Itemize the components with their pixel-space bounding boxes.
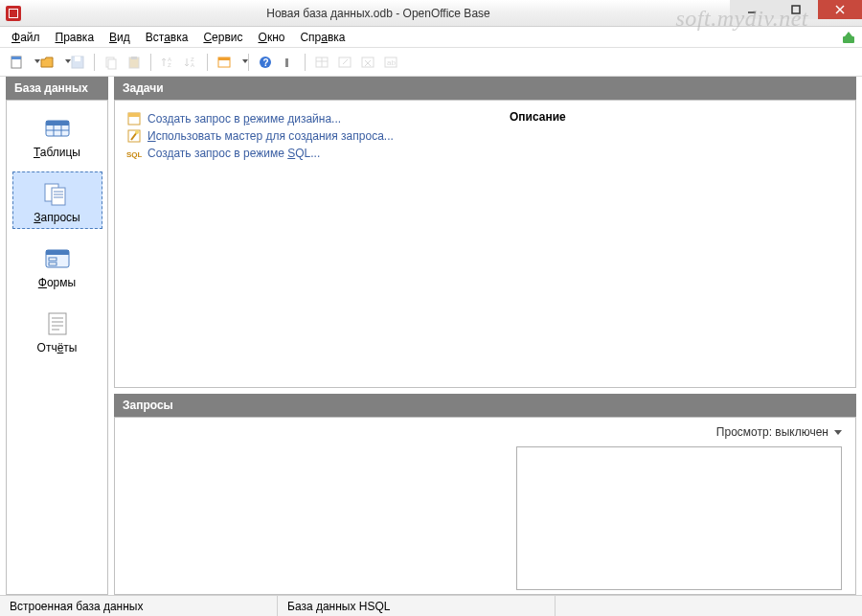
sidebar-header: База данных	[6, 77, 108, 100]
table-new-button[interactable]	[311, 52, 332, 73]
content-area: Задачи Создать запрос в режиме дизайна..…	[114, 77, 856, 595]
svg-rect-1	[792, 6, 800, 13]
help-button[interactable]: ?	[255, 52, 276, 73]
svg-rect-45	[49, 313, 66, 334]
tables-icon	[42, 115, 73, 142]
sidebar-item-queries[interactable]: Запросы	[12, 171, 102, 229]
sidebar-item-reports[interactable]: Отчёты	[12, 302, 102, 359]
menu-edit[interactable]: Правка	[50, 29, 101, 46]
svg-rect-37	[52, 188, 65, 205]
toolbar-separator	[305, 54, 306, 71]
task-create-design[interactable]: Создать запрос в режиме дизайна...	[126, 110, 487, 127]
main-area: База данных Таблицы Запросы Формы	[6, 77, 856, 595]
preview-box	[516, 446, 842, 590]
svg-text:A: A	[191, 62, 194, 68]
design-query-icon	[126, 111, 142, 126]
tasks-panel: Задачи Создать запрос в режиме дизайна..…	[114, 77, 856, 388]
close-button[interactable]	[818, 0, 862, 19]
save-button[interactable]	[67, 52, 88, 73]
svg-rect-4	[843, 36, 854, 43]
sidebar-item-label: Запросы	[34, 211, 79, 224]
open-button[interactable]	[36, 52, 65, 73]
description-header: Описание	[510, 110, 844, 124]
toolbar-separator	[94, 54, 95, 71]
svg-rect-43	[49, 258, 57, 261]
forms-icon	[42, 245, 73, 272]
window-controls	[730, 8, 862, 19]
svg-text:ab: ab	[387, 58, 396, 67]
svg-rect-42	[46, 250, 69, 255]
menu-insert[interactable]: Вставка	[140, 29, 194, 46]
table-rename-button[interactable]: ab	[380, 52, 401, 73]
maximize-button[interactable]	[774, 0, 818, 19]
sidebar-body: Таблицы Запросы Формы Отчёты	[6, 100, 108, 595]
svg-rect-12	[131, 57, 137, 59]
list-header: Запросы	[114, 394, 856, 417]
update-icon[interactable]	[841, 30, 856, 45]
toolbar-separator	[207, 54, 208, 71]
tasks-header: Задачи	[114, 77, 856, 100]
list-panel: Запросы Просмотр: выключен	[114, 394, 856, 595]
svg-point-53	[135, 130, 139, 134]
help-dropdown[interactable]	[278, 52, 299, 73]
menu-file[interactable]: Файл	[6, 29, 46, 46]
menu-window[interactable]: Окно	[253, 29, 291, 46]
form-button[interactable]	[214, 52, 242, 73]
toolbar-separator	[248, 54, 249, 71]
task-label: Использовать мастер для создания запроса…	[147, 129, 394, 143]
sql-icon: SQL	[126, 146, 142, 161]
window-title: Новая база данных.odb - OpenOffice Base	[27, 7, 730, 20]
minimize-button[interactable]	[730, 0, 774, 19]
table-edit-button[interactable]	[334, 52, 355, 73]
menu-tools[interactable]: Сервис	[197, 29, 248, 46]
svg-text:?: ?	[263, 57, 269, 68]
status-embedded-db: Встроенная база данных	[0, 596, 278, 616]
menu-help[interactable]: Справка	[294, 29, 351, 46]
queries-icon	[42, 180, 73, 207]
menu-view[interactable]: Вид	[103, 29, 136, 46]
new-button[interactable]	[6, 52, 34, 73]
preview-toggle[interactable]: Просмотр: выключен	[716, 425, 842, 439]
sidebar: База данных Таблицы Запросы Формы	[6, 77, 108, 595]
svg-text:SQL: SQL	[126, 150, 142, 159]
app-icon	[6, 6, 21, 21]
tasks-body: Создать запрос в режиме дизайна... Испол…	[114, 100, 856, 388]
sort-asc-button[interactable]: AZ	[157, 52, 178, 73]
task-create-sql[interactable]: SQL Создать запрос в режиме SQL...	[126, 145, 487, 162]
status-bar: Встроенная база данных База данных HSQL	[0, 595, 862, 616]
paste-button[interactable]	[124, 52, 145, 73]
svg-rect-44	[49, 262, 57, 265]
svg-text:Z: Z	[168, 62, 171, 68]
svg-rect-26	[362, 57, 374, 67]
sidebar-item-label: Формы	[38, 276, 76, 289]
svg-rect-51	[128, 113, 140, 117]
menu-bar: Файл Правка Вид Вставка Сервис Окно Спра…	[0, 27, 862, 48]
task-use-wizard[interactable]: Использовать мастер для создания запроса…	[126, 127, 487, 145]
svg-rect-10	[108, 59, 116, 69]
reports-icon	[42, 310, 73, 337]
svg-rect-21	[285, 58, 288, 67]
svg-rect-8	[75, 57, 80, 61]
svg-rect-18	[218, 57, 230, 60]
svg-rect-32	[46, 121, 69, 125]
tasks-list: Создать запрос в режиме дизайна... Испол…	[115, 101, 498, 387]
status-empty	[556, 596, 575, 616]
list-body: Просмотр: выключен	[114, 417, 856, 595]
task-label: Создать запрос в режиме SQL...	[147, 147, 320, 160]
task-label: Создать запрос в режиме дизайна...	[147, 112, 341, 125]
dropdown-icon	[834, 430, 842, 435]
sidebar-item-label: Таблицы	[34, 146, 80, 159]
toolbar: AZ ZA ? ab	[0, 48, 862, 77]
copy-button[interactable]	[101, 52, 122, 73]
svg-rect-6	[11, 57, 21, 59]
wizard-icon	[126, 128, 142, 144]
preview-label: Просмотр: выключен	[716, 425, 828, 439]
status-db-type: База данных HSQL	[278, 596, 556, 616]
sidebar-item-label: Отчёты	[37, 341, 78, 354]
sort-desc-button[interactable]: ZA	[180, 52, 201, 73]
sidebar-item-forms[interactable]: Формы	[12, 237, 102, 294]
description-pane: Описание	[498, 101, 855, 387]
table-delete-button[interactable]	[357, 52, 378, 73]
title-bar: Новая база данных.odb - OpenOffice Base	[0, 0, 862, 27]
sidebar-item-tables[interactable]: Таблицы	[12, 106, 102, 164]
